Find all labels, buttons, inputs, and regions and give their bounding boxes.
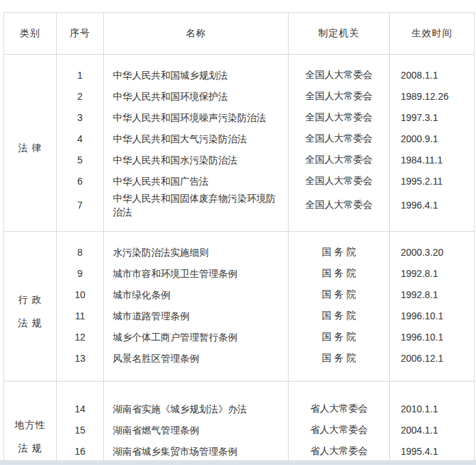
row-number: 7 bbox=[57, 191, 104, 232]
bottom-strip bbox=[0, 460, 476, 465]
law-name: 中华人民共和国城乡规划法 bbox=[104, 55, 289, 86]
col-header-category: 类别 bbox=[4, 13, 57, 55]
effective-date: 1996.10.1 bbox=[390, 326, 475, 347]
table-row: 10 城市绿化条例 国 务 院 1992.8.1 bbox=[4, 284, 475, 305]
table-row: 2 中华人民共和国环境保护法 全国人大常委会 1989.12.26 bbox=[4, 85, 475, 107]
authority: 国 务 院 bbox=[289, 347, 390, 382]
effective-date: 2000.3.20 bbox=[390, 232, 475, 263]
category-label: 法 律 bbox=[4, 136, 56, 159]
row-number: 8 bbox=[57, 232, 104, 263]
law-name: 城市市容和环境卫生管理条例 bbox=[104, 263, 289, 284]
row-number: 12 bbox=[57, 326, 104, 347]
law-name: 水污染防治法实施细则 bbox=[104, 232, 289, 263]
effective-date: 1996.10.1 bbox=[390, 305, 475, 326]
header-row: 类别 序号 名称 制定机关 生效时间 bbox=[4, 13, 475, 55]
row-number: 11 bbox=[57, 305, 104, 326]
row-number: 5 bbox=[57, 149, 104, 170]
effective-date: 1984.11.1 bbox=[390, 149, 475, 170]
table-row: 15 湖南省燃气管理条例 省人大常委会 2004.1.1 bbox=[4, 419, 475, 440]
law-name: 城市道路管理条例 bbox=[104, 305, 289, 326]
col-header-date: 生效时间 bbox=[390, 13, 475, 55]
effective-date: 1992.8.1 bbox=[390, 263, 475, 284]
law-name: 风景名胜区管理条例 bbox=[104, 347, 289, 382]
effective-date: 2006.12.1 bbox=[390, 347, 475, 382]
effective-date: 2004.1.1 bbox=[390, 419, 475, 440]
col-header-authority: 制定机关 bbox=[289, 13, 390, 55]
law-name: 中华人民共和国广告法 bbox=[104, 170, 289, 191]
authority: 国 务 院 bbox=[289, 284, 390, 305]
authority: 全国人大常委会 bbox=[289, 191, 390, 232]
category-cell-local-regulations: 地方性 法 规 bbox=[4, 382, 57, 465]
category-cell-admin-regulations: 行 政 法 规 bbox=[4, 232, 57, 382]
table-row: 11 城市道路管理条例 国 务 院 1996.10.1 bbox=[4, 305, 475, 326]
row-number: 3 bbox=[57, 107, 104, 128]
authority: 全国人大常委会 bbox=[289, 149, 390, 170]
row-number: 4 bbox=[57, 128, 104, 149]
category-label: 地方性 bbox=[4, 413, 56, 436]
table-row: 4 中华人民共和国大气污染防治法 全国人大常委会 2000.9.1 bbox=[4, 128, 475, 149]
effective-date: 1996.4.1 bbox=[390, 191, 475, 232]
category-cell-laws: 法 律 bbox=[4, 55, 57, 232]
col-header-name: 名称 bbox=[104, 13, 289, 55]
row-number: 6 bbox=[57, 170, 104, 191]
table-row: 9 城市市容和环境卫生管理条例 国 务 院 1992.8.1 bbox=[4, 263, 475, 284]
law-name: 城乡个体工商户管理暂行条例 bbox=[104, 326, 289, 347]
category-label: 法 规 bbox=[4, 311, 56, 334]
authority: 省人大常委会 bbox=[289, 419, 390, 440]
laws-table: 类别 序号 名称 制定机关 生效时间 法 律 1 中华人民共和国城乡规划法 全国… bbox=[3, 12, 475, 465]
law-name: 中华人民共和国固体废弃物污染环境防治法 bbox=[104, 191, 289, 232]
effective-date: 2010.1.1 bbox=[390, 382, 475, 420]
effective-date: 1995.2.11 bbox=[390, 170, 475, 191]
authority: 国 务 院 bbox=[289, 305, 390, 326]
effective-date: 2008.1.1 bbox=[390, 55, 475, 86]
law-name: 中华人民共和国水污染防治法 bbox=[104, 149, 289, 170]
authority: 全国人大常委会 bbox=[289, 170, 390, 191]
law-name: 中华人民共和国环境噪声污染防治法 bbox=[104, 107, 289, 128]
authority: 国 务 院 bbox=[289, 263, 390, 284]
authority: 国 务 院 bbox=[289, 326, 390, 347]
table-row: 6 中华人民共和国广告法 全国人大常委会 1995.2.11 bbox=[4, 170, 475, 191]
table-row: 13 风景名胜区管理条例 国 务 院 2006.12.1 bbox=[4, 347, 475, 382]
row-number: 15 bbox=[57, 419, 104, 440]
row-number: 14 bbox=[57, 382, 104, 420]
authority: 全国人大常委会 bbox=[289, 85, 390, 107]
table-row: 法 律 1 中华人民共和国城乡规划法 全国人大常委会 2008.1.1 bbox=[4, 55, 475, 86]
table-row: 12 城乡个体工商户管理暂行条例 国 务 院 1996.10.1 bbox=[4, 326, 475, 347]
authority: 全国人大常委会 bbox=[289, 107, 390, 128]
law-name: 城市绿化条例 bbox=[104, 284, 289, 305]
effective-date: 2000.9.1 bbox=[390, 128, 475, 149]
authority: 国 务 院 bbox=[289, 232, 390, 263]
table-row: 5 中华人民共和国水污染防治法 全国人大常委会 1984.11.1 bbox=[4, 149, 475, 170]
effective-date: 1997.3.1 bbox=[390, 107, 475, 128]
law-name: 湖南省燃气管理条例 bbox=[104, 419, 289, 440]
authority: 全国人大常委会 bbox=[289, 128, 390, 149]
row-number: 1 bbox=[57, 55, 104, 86]
law-name: 湖南省实施《城乡规划法》办法 bbox=[104, 382, 289, 420]
table-row: 7 中华人民共和国固体废弃物污染环境防治法 全国人大常委会 1996.4.1 bbox=[4, 191, 475, 232]
authority: 省人大常委会 bbox=[289, 382, 390, 420]
effective-date: 1992.8.1 bbox=[390, 284, 475, 305]
authority: 全国人大常委会 bbox=[289, 55, 390, 86]
category-label: 行 政 bbox=[4, 288, 56, 311]
row-number: 13 bbox=[57, 347, 104, 382]
law-name: 中华人民共和国大气污染防治法 bbox=[104, 128, 289, 149]
effective-date: 1989.12.26 bbox=[390, 85, 475, 107]
table-row: 行 政 法 规 8 水污染防治法实施细则 国 务 院 2000.3.20 bbox=[4, 232, 475, 263]
law-name: 中华人民共和国环境保护法 bbox=[104, 85, 289, 107]
category-label: 法 规 bbox=[4, 436, 56, 460]
table-row: 3 中华人民共和国环境噪声污染防治法 全国人大常委会 1997.3.1 bbox=[4, 107, 475, 128]
row-number: 9 bbox=[57, 263, 104, 284]
row-number: 2 bbox=[57, 85, 104, 107]
row-number: 10 bbox=[57, 284, 104, 305]
table-row: 地方性 法 规 14 湖南省实施《城乡规划法》办法 省人大常委会 2010.1.… bbox=[4, 382, 475, 420]
col-header-number: 序号 bbox=[57, 13, 104, 55]
